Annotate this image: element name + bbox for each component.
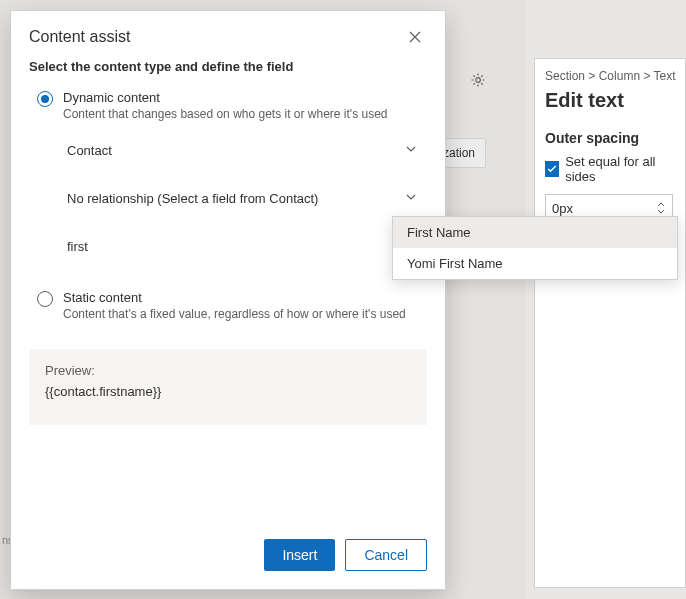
relationship-value: No relationship (Select a field from Con… [67, 191, 318, 206]
entity-dropdown[interactable]: Contact [67, 131, 427, 169]
chevron-down-icon [405, 191, 417, 206]
right-panel: Section > Column > Text Edit text Outer … [534, 58, 686, 588]
relationship-dropdown[interactable]: No relationship (Select a field from Con… [67, 179, 427, 217]
insert-button[interactable]: Insert [264, 539, 335, 571]
dynamic-content-desc: Content that changes based on who gets i… [63, 107, 388, 121]
static-content-desc: Content that's a fixed value, regardless… [63, 307, 406, 321]
outer-spacing-heading: Outer spacing [545, 130, 675, 146]
suggestion-flyout: First Name Yomi First Name [392, 216, 678, 280]
preview-value: {{contact.firstname}} [45, 384, 411, 399]
entity-value: Contact [67, 143, 112, 158]
gear-icon[interactable] [464, 66, 492, 94]
cancel-button[interactable]: Cancel [345, 539, 427, 571]
suggestion-item[interactable]: Yomi First Name [393, 248, 677, 279]
radio-static-content[interactable] [37, 291, 53, 307]
suggestion-item[interactable]: First Name [393, 217, 677, 248]
chevron-down-icon [405, 143, 417, 158]
radio-dynamic-content[interactable] [37, 91, 53, 107]
dialog-subtitle: Select the content type and define the f… [11, 53, 445, 84]
preview-label: Preview: [45, 363, 411, 378]
spacing-value: 0px [552, 201, 573, 216]
close-icon [409, 31, 421, 43]
preview-box: Preview: {{contact.firstname}} [29, 349, 427, 425]
panel-title: Edit text [545, 89, 675, 112]
static-content-title: Static content [63, 290, 406, 305]
svg-point-0 [476, 78, 481, 83]
spinner-arrows-icon [656, 201, 666, 215]
field-search-input[interactable]: first [67, 233, 427, 256]
breadcrumb: Section > Column > Text [545, 69, 675, 83]
dialog-title: Content assist [29, 28, 130, 46]
equal-sides-checkbox[interactable] [545, 161, 559, 177]
content-assist-dialog: Content assist Select the content type a… [10, 10, 446, 590]
close-button[interactable] [403, 25, 427, 49]
dynamic-content-title: Dynamic content [63, 90, 388, 105]
equal-sides-label: Set equal for all sides [565, 154, 675, 184]
